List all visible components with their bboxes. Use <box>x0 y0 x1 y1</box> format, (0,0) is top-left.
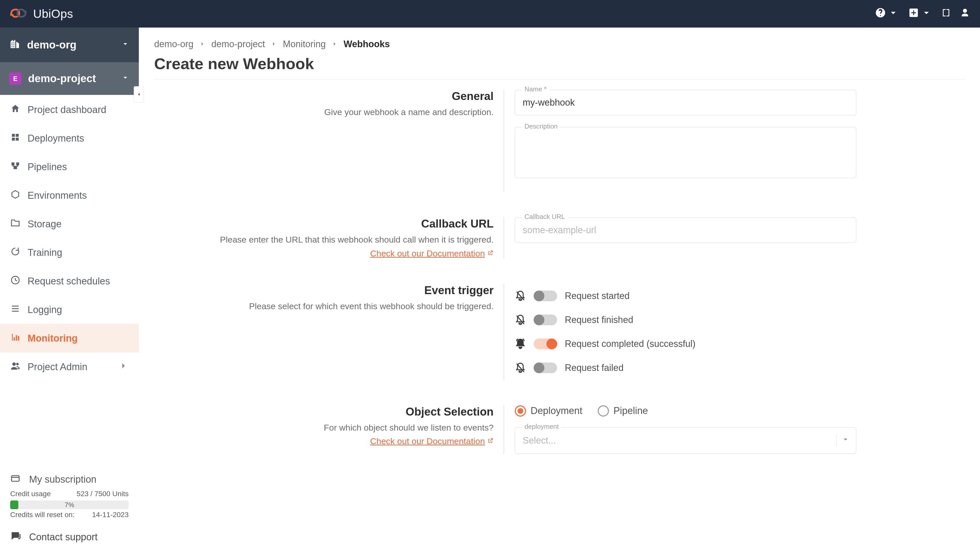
section-object-selection: Object Selection For which object should… <box>154 405 965 454</box>
sidebar-item-label: Training <box>27 247 62 258</box>
section-title: Object Selection <box>154 405 493 418</box>
sidebar-item-environments[interactable]: Environments <box>0 181 139 210</box>
section-title: Callback URL <box>154 218 493 230</box>
sidebar-item-pipelines[interactable]: Pipelines <box>0 152 139 181</box>
breadcrumb-item[interactable]: demo-project <box>211 39 265 49</box>
main-content: demo-org demo-project Monitoring Webhook… <box>139 27 980 551</box>
event-toggle[interactable] <box>534 291 557 301</box>
sidebar-item-schedules[interactable]: Request schedules <box>0 267 139 295</box>
section-desc: For which object should we listen to eve… <box>154 422 493 434</box>
subscription-label: My subscription <box>29 474 97 485</box>
plus-box-icon <box>908 7 919 21</box>
create-menu[interactable] <box>908 7 932 21</box>
section-desc: Please select for which event this webho… <box>154 300 493 313</box>
sidebar-item-label: Project dashboard <box>27 104 106 115</box>
sidebar-item-label: Logging <box>27 304 62 315</box>
brand: UbiOps <box>9 7 73 21</box>
svg-rect-0 <box>12 163 14 165</box>
sidebar-item-deployments[interactable]: Deployments <box>0 124 139 152</box>
sidebar-item-label: Pipelines <box>27 162 67 172</box>
description-field-wrapper: Description <box>515 127 856 180</box>
chevron-down-icon <box>841 435 850 446</box>
subscription-link[interactable]: My subscription <box>10 473 129 486</box>
section-title: General <box>154 90 493 103</box>
doc-link-text: Check out our Documentation <box>370 436 485 446</box>
credit-reset-label: Credits will reset on: <box>10 511 75 519</box>
svg-rect-2 <box>14 167 17 168</box>
sidebar-collapse-button[interactable] <box>134 86 144 103</box>
event-label: Request failed <box>565 362 624 373</box>
object-type-radio-group: Deployment Pipeline <box>515 405 856 416</box>
sidebar-item-logging[interactable]: Logging <box>0 295 139 324</box>
name-input[interactable] <box>515 90 856 115</box>
event-toggle-row: Request failed <box>515 356 856 380</box>
external-link-icon <box>487 436 493 446</box>
svg-point-5 <box>16 363 19 365</box>
docs-button[interactable] <box>941 8 951 20</box>
svg-rect-6 <box>11 476 19 481</box>
sidebar: demo-org E demo-project Project dashboar… <box>0 27 139 551</box>
project-selector[interactable]: E demo-project <box>0 62 139 95</box>
breadcrumb-item[interactable]: demo-org <box>154 39 193 49</box>
project-avatar: E <box>9 73 21 85</box>
chevron-left-icon <box>136 89 142 100</box>
chevron-down-icon <box>121 73 130 84</box>
section-title: Event trigger <box>154 284 493 297</box>
radio-deployment[interactable]: Deployment <box>515 405 582 416</box>
sidebar-item-label: Monitoring <box>27 333 78 344</box>
org-selector[interactable]: demo-org <box>0 27 139 62</box>
account-menu[interactable] <box>960 8 970 20</box>
help-icon <box>875 7 886 21</box>
org-name: demo-org <box>27 39 76 51</box>
breadcrumb-item[interactable]: Monitoring <box>283 39 326 49</box>
bell-on-icon <box>515 338 526 349</box>
documentation-link[interactable]: Check out our Documentation <box>370 436 493 446</box>
event-label: Request completed (successful) <box>565 338 695 349</box>
topbar: UbiOps <box>0 0 980 27</box>
documentation-link[interactable]: Check out our Documentation <box>370 248 493 259</box>
callback-url-field-wrapper: Callback URL <box>515 218 856 243</box>
page-title: Create new Webhook <box>154 55 965 73</box>
description-input[interactable] <box>515 127 856 178</box>
breadcrumb: demo-org demo-project Monitoring Webhook… <box>154 39 965 49</box>
credit-usage-value: 523 / 7500 Units <box>76 490 129 498</box>
event-label: Request started <box>565 291 630 301</box>
credit-pct: 7% <box>65 501 74 509</box>
sidebar-item-dashboard[interactable]: Project dashboard <box>0 95 139 124</box>
chevron-right-icon <box>118 361 129 373</box>
brand-name: UbiOps <box>33 7 73 21</box>
external-link-icon <box>487 248 493 259</box>
chevron-down-icon <box>121 40 130 50</box>
radio-pipeline[interactable]: Pipeline <box>598 405 648 416</box>
users-icon <box>10 361 21 373</box>
sidebar-item-storage[interactable]: Storage <box>0 210 139 238</box>
list-icon <box>10 303 21 316</box>
pipeline-icon <box>10 161 21 173</box>
user-icon <box>960 8 970 20</box>
credit-reset-value: 14-11-2023 <box>92 511 129 519</box>
event-toggle[interactable] <box>534 362 557 373</box>
deployment-select-label: deployment <box>522 423 561 430</box>
event-toggle-row: Request finished <box>515 308 856 332</box>
project-name: demo-project <box>28 73 96 85</box>
sidebar-item-project-admin[interactable]: Project Admin <box>0 353 139 381</box>
event-toggle[interactable] <box>534 338 557 349</box>
chart-icon <box>10 332 21 345</box>
sidebar-item-monitoring[interactable]: Monitoring <box>0 324 139 353</box>
sidebar-item-label: Request schedules <box>27 276 110 287</box>
radio-label: Pipeline <box>614 405 648 416</box>
sidebar-item-training[interactable]: Training <box>0 238 139 267</box>
chevron-right-icon <box>331 39 338 49</box>
sidebar-item-label: Environments <box>27 190 87 201</box>
chevron-right-icon <box>199 39 206 49</box>
callback-url-label: Callback URL <box>522 213 568 221</box>
event-toggle[interactable] <box>534 314 557 325</box>
svg-rect-1 <box>17 163 19 165</box>
event-label: Request finished <box>565 314 633 325</box>
callback-url-input[interactable] <box>515 218 856 243</box>
contact-support[interactable]: Contact support <box>0 523 139 551</box>
deployment-select[interactable]: Select... <box>515 427 856 454</box>
refresh-icon <box>10 246 21 259</box>
breadcrumb-current: Webhooks <box>344 39 390 49</box>
help-menu[interactable] <box>875 7 899 21</box>
